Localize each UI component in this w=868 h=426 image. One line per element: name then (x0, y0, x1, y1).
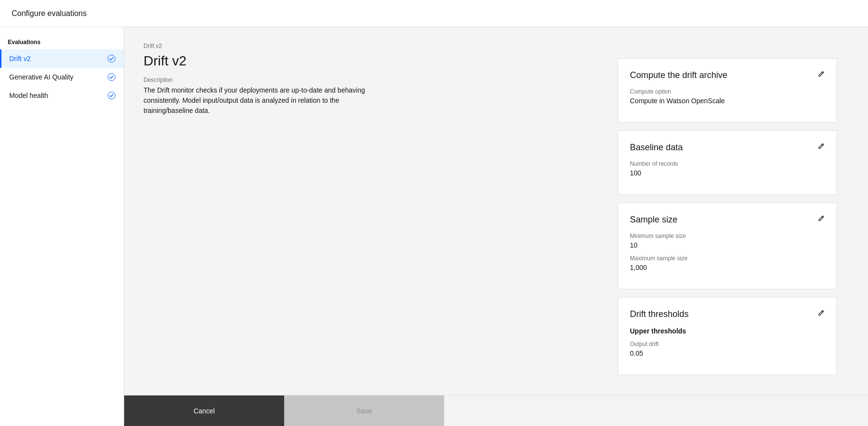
check-icon-model-health (107, 91, 116, 100)
description-text: The Drift monitor checks if your deploym… (144, 85, 376, 116)
card-baseline-data: Baseline data Number of records 100 (618, 130, 837, 195)
edit-icon (817, 309, 825, 317)
app-header: Configure evaluations (0, 0, 868, 27)
edit-button-drift-thresholds[interactable] (815, 307, 827, 319)
sidebar-item-label-gen-ai-quality: Generative AI Quality (9, 73, 73, 81)
field-label-num-records: Number of records (630, 160, 825, 167)
card-drift-thresholds: Drift thresholds Upper thresholds Output… (618, 297, 837, 375)
drift-v2-title: Drift v2 (144, 53, 587, 69)
description-label: Description (144, 77, 587, 83)
sidebar-item-drift-v2[interactable]: Drift v2 (0, 49, 124, 68)
edit-button-compute-drift[interactable] (815, 68, 827, 80)
content-area: Drift v2 Drift v2 Description The Drift … (124, 27, 868, 426)
main-layout: Evaluations Drift v2 Generative AI Quali… (0, 27, 868, 426)
cancel-button[interactable]: Cancel (124, 395, 284, 426)
right-panel: Compute the drift archive Compute option… (606, 43, 849, 391)
main-content-inner: Drift v2 Drift v2 Description The Drift … (144, 43, 849, 391)
breadcrumb: Drift v2 (144, 43, 587, 49)
card-title-compute-drift: Compute the drift archive (630, 70, 825, 80)
save-button[interactable]: Save (284, 395, 444, 426)
field-label-max-sample: Maximum sample size (630, 255, 825, 262)
bottom-bar: Cancel Save (124, 395, 868, 426)
field-label-compute-option: Compute option (630, 88, 825, 95)
sidebar-item-label-model-health: Model health (9, 92, 48, 99)
card-title-baseline: Baseline data (630, 142, 825, 153)
edit-button-sample-size[interactable] (815, 213, 827, 224)
sidebar: Evaluations Drift v2 Generative AI Quali… (0, 27, 124, 426)
field-label-output-drift: Output drift (630, 341, 825, 347)
sidebar-section-title: Evaluations (0, 35, 124, 49)
card-compute-drift-archive: Compute the drift archive Compute option… (618, 58, 837, 123)
field-value-max-sample: 1,000 (630, 264, 825, 271)
check-icon-drift-v2 (107, 54, 116, 63)
edit-icon (817, 142, 825, 150)
check-icon-gen-ai-quality (107, 73, 116, 81)
field-value-num-records: 100 (630, 169, 825, 177)
field-label-min-sample: Minimum sample size (630, 233, 825, 239)
left-content: Drift v2 Drift v2 Description The Drift … (144, 43, 587, 391)
sidebar-item-label-drift-v2: Drift v2 (9, 55, 31, 63)
card-title-sample-size: Sample size (630, 215, 825, 225)
sidebar-item-gen-ai-quality[interactable]: Generative AI Quality (0, 68, 124, 86)
field-value-output-drift: 0.05 (630, 349, 825, 357)
edit-button-baseline[interactable] (815, 141, 827, 152)
page-title: Configure evaluations (12, 9, 87, 18)
edit-icon (817, 70, 825, 78)
card-sample-size: Sample size Minimum sample size 10 Maxim… (618, 203, 837, 289)
field-value-compute-option: Compute in Watson OpenScale (630, 97, 825, 105)
card-title-drift-thresholds: Drift thresholds (630, 309, 825, 319)
field-value-upper-thresholds: Upper thresholds (630, 327, 825, 335)
sidebar-item-model-health[interactable]: Model health (0, 86, 124, 105)
field-value-min-sample: 10 (630, 241, 825, 249)
edit-icon (817, 215, 825, 222)
